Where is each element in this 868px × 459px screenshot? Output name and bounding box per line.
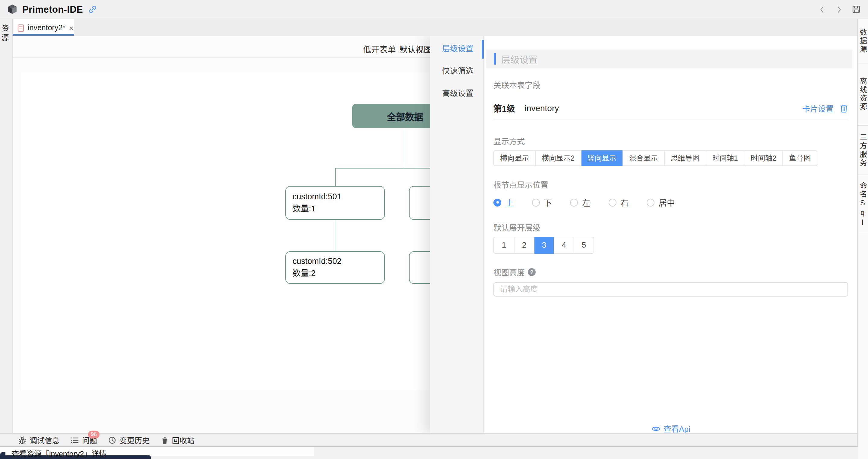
tree-connector (335, 168, 336, 186)
clock-icon (108, 436, 116, 444)
status-text: 查看资源「inventory2」详情 (11, 448, 106, 459)
right-rail: 数据源 离线资源 三方服务 命名Sql (857, 19, 868, 459)
mode-vertical-selected[interactable]: 竖向显示 (581, 150, 622, 166)
mode-fishbone[interactable]: 鱼骨图 (782, 151, 817, 166)
radio-bottom[interactable]: 下 (532, 196, 552, 208)
radio-icon (532, 198, 539, 206)
menu-item-level-settings[interactable]: 层级设置 (430, 37, 483, 60)
title-accent-bar (494, 53, 496, 65)
menu-item-quick-filter[interactable]: 快速筛选 (430, 60, 483, 82)
save-icon[interactable] (852, 5, 861, 14)
mode-timeline1[interactable]: 时间轴1 (706, 151, 744, 166)
display-mode-label: 显示方式 (493, 135, 525, 147)
expand-level-label: 默认展开层级 (493, 222, 540, 233)
rail-item-offline-resources[interactable]: 离线资源 (858, 63, 868, 125)
panel-title: 层级设置 (501, 53, 537, 65)
radio-selected-icon (493, 198, 501, 206)
mode-horizontal2[interactable]: 横向显示2 (535, 151, 581, 166)
level-number: 第1级 (493, 102, 515, 114)
level-row-actions: 卡片设置 (802, 103, 848, 114)
left-rail-label: 资源 (2, 24, 10, 43)
tab-title: inventory2* (28, 24, 65, 32)
bottom-toolbar: 调试信息 问题 变更历史 回收站 96 (0, 433, 858, 446)
tree-connector (405, 127, 405, 168)
rail-item-datasource[interactable]: 数据源 (858, 19, 868, 63)
primeton-ide-window: Primeton-IDE 资源 inventory2* × (0, 0, 868, 459)
tree-root-label: 全部数据 (387, 110, 423, 122)
change-history-button[interactable]: 变更历史 (108, 434, 150, 446)
tab-bar: inventory2* × (13, 19, 858, 36)
menu-item-advanced-settings[interactable]: 高级设置 (430, 82, 483, 105)
canvas-toolbar-divider (13, 57, 435, 58)
view-height-label: 视图高度 ? (493, 266, 536, 278)
radio-left[interactable]: 左 (570, 196, 590, 208)
drawer-menu: 层级设置 快速筛选 高级设置 (430, 36, 484, 433)
rail-item-third-party-services[interactable]: 三方服务 (858, 125, 868, 175)
eye-icon (651, 425, 660, 432)
problem-count-badge: 96 (88, 431, 99, 438)
rail-empty-space (858, 234, 868, 459)
mode-timeline2[interactable]: 时间轴2 (744, 151, 782, 166)
trash-icon (160, 436, 169, 444)
document-icon (18, 24, 24, 32)
default-view-button[interactable]: 默认视图 (399, 43, 432, 53)
node-quantity: 数量:1 (292, 204, 384, 214)
settings-drawer: 层级设置 快速筛选 高级设置 层级设置 关联本表字段 第1级 inventory… (430, 36, 858, 433)
rail-item-named-sql[interactable]: 命名Sql (858, 175, 868, 234)
nav-back-icon[interactable] (818, 5, 826, 13)
left-rail-resources[interactable]: 资源 (0, 19, 13, 447)
active-tab-indicator (13, 34, 74, 36)
nav-forward-icon[interactable] (835, 5, 843, 13)
node-title: customId:501 (292, 192, 384, 202)
bug-icon (18, 436, 27, 444)
node-title: customId:502 (292, 256, 384, 267)
panel-title-band: 层级设置 (486, 50, 852, 68)
app-title: Primeton-IDE (22, 4, 83, 15)
radio-right[interactable]: 右 (608, 196, 628, 208)
level-1-row: 第1级 inventory 卡片设置 (493, 103, 848, 114)
tree-node-501[interactable]: customId:501 数量:1 (285, 186, 385, 220)
level-2[interactable]: 2 (514, 237, 534, 253)
level-3-selected[interactable]: 3 (534, 237, 554, 254)
level-1[interactable]: 1 (494, 237, 514, 253)
header-actions (818, 5, 861, 14)
radio-center[interactable]: 居中 (647, 196, 675, 208)
recycle-bin-button[interactable]: 回收站 (160, 434, 194, 446)
debug-info-button[interactable]: 调试信息 (18, 434, 60, 446)
view-height-input[interactable] (493, 282, 848, 296)
level-settings-panel: 层级设置 关联本表字段 第1级 inventory 卡片设置 显示方式 横 (484, 36, 858, 433)
delete-level-icon[interactable] (840, 104, 848, 113)
root-position-group: 上 下 左 右 居中 (493, 196, 675, 208)
radio-icon (570, 198, 578, 206)
app-logo-cube-icon (7, 4, 18, 15)
mode-mixed[interactable]: 混合显示 (622, 151, 664, 166)
node-quantity: 数量:2 (292, 268, 384, 279)
low-code-form-button[interactable]: 低开表单 (363, 43, 396, 53)
view-api-link[interactable]: 查看Api (484, 423, 858, 434)
tree-connector (335, 168, 432, 169)
title-bar: Primeton-IDE (0, 0, 868, 19)
help-question-icon[interactable]: ? (528, 268, 536, 276)
link-icon[interactable] (88, 5, 97, 14)
expand-level-group: 1 2 3 4 5 (493, 237, 594, 254)
tree-connector (335, 220, 335, 251)
level-5[interactable]: 5 (574, 237, 593, 253)
level-4[interactable]: 4 (554, 237, 574, 253)
display-mode-group: 横向显示 横向显示2 竖向显示 混合显示 思维导图 时间轴1 时间轴2 鱼骨图 (493, 150, 817, 166)
tree-node-502[interactable]: customId:502 数量:2 (285, 251, 385, 284)
list-icon (70, 436, 79, 444)
tab-close-icon[interactable]: × (69, 24, 73, 32)
card-settings-link[interactable]: 卡片设置 (802, 103, 834, 114)
mode-mindmap[interactable]: 思维导图 (664, 151, 706, 166)
status-row: 查看资源「inventory2」详情 (0, 446, 858, 459)
link-fields-label: 关联本表字段 (493, 79, 540, 91)
root-position-label: 根节点显示位置 (493, 179, 548, 190)
level-field-value: inventory (525, 103, 559, 113)
radio-top[interactable]: 上 (493, 196, 514, 208)
mode-horizontal[interactable]: 横向显示 (494, 151, 535, 166)
radio-icon (647, 198, 654, 206)
screenshot-stage: Primeton-IDE 资源 inventory2* × (0, 0, 868, 459)
section-divider (493, 120, 848, 120)
radio-icon (608, 198, 616, 206)
